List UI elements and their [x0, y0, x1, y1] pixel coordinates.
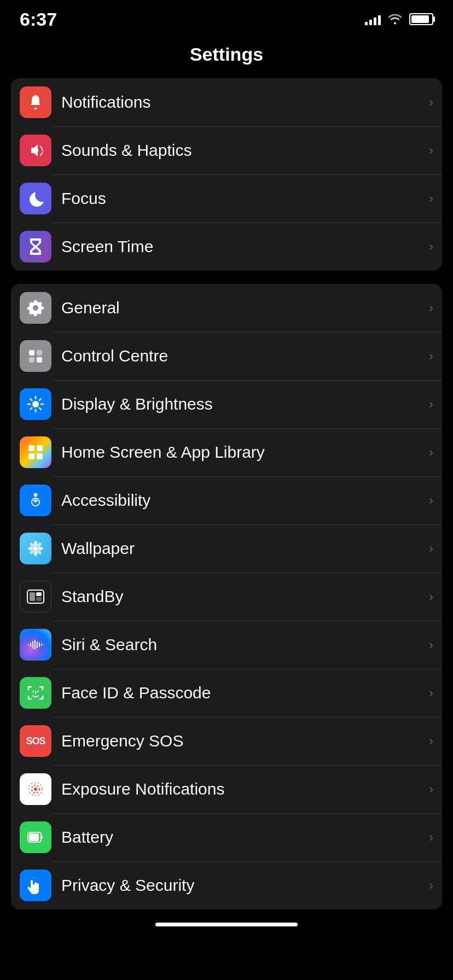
accessibility-chevron: › — [429, 493, 433, 508]
svg-point-24 — [38, 547, 43, 550]
settings-item-accessibility[interactable]: Accessibility › — [11, 476, 442, 524]
wallpaper-chevron: › — [429, 541, 433, 556]
svg-point-17 — [34, 493, 38, 497]
exposure-notify-icon — [27, 781, 44, 797]
battery-item-icon — [27, 831, 44, 843]
general-label: General — [61, 299, 425, 317]
status-icons — [365, 13, 433, 25]
accessibility-icon — [20, 485, 51, 516]
siri-chevron: › — [429, 637, 433, 652]
svg-rect-32 — [36, 597, 42, 601]
exposure-chevron: › — [429, 781, 433, 797]
screentime-chevron: › — [429, 239, 433, 254]
control-centre-icon — [20, 340, 51, 372]
settings-item-display[interactable]: Display & Brightness › — [11, 380, 442, 428]
gear-icon — [27, 299, 44, 317]
svg-rect-48 — [29, 833, 39, 841]
settings-item-faceid[interactable]: Face ID & Passcode › — [11, 669, 442, 717]
control-chevron: › — [429, 348, 433, 364]
signal-icon — [365, 13, 381, 25]
svg-rect-3 — [37, 357, 42, 363]
control-label: Control Centre — [61, 347, 425, 365]
settings-item-control[interactable]: Control Centre › — [11, 332, 442, 380]
settings-group-1: Notifications › Sounds & Haptics › Focus… — [11, 78, 442, 271]
home-indicator — [155, 923, 298, 926]
battery-icon-wrap — [20, 821, 51, 853]
svg-rect-30 — [30, 592, 35, 601]
battery-chevron: › — [429, 830, 433, 845]
svg-point-22 — [34, 551, 37, 556]
accessibility-label: Accessibility — [61, 491, 425, 510]
screentime-label: Screen Time — [61, 237, 425, 256]
page-title: Settings — [0, 44, 453, 65]
display-icon — [20, 388, 51, 420]
general-chevron: › — [429, 300, 433, 316]
wallpaper-label: Wallpaper — [61, 539, 425, 558]
svg-rect-0 — [29, 350, 34, 355]
settings-item-homescreen[interactable]: Home Screen & App Library › — [11, 428, 442, 476]
settings-item-privacy[interactable]: Privacy & Security › — [11, 861, 442, 909]
svg-rect-16 — [37, 453, 43, 459]
svg-point-42 — [37, 691, 39, 692]
settings-item-sounds[interactable]: Sounds & Haptics › — [11, 126, 442, 174]
standby-icon — [20, 581, 51, 612]
svg-rect-13 — [28, 445, 34, 451]
homescreen-chevron: › — [429, 445, 433, 460]
svg-rect-15 — [28, 453, 34, 459]
switches-icon — [27, 347, 44, 365]
sounds-label: Sounds & Haptics — [61, 141, 425, 160]
face-scan-icon — [27, 685, 44, 701]
faceid-chevron: › — [429, 685, 433, 701]
hourglass-icon — [28, 237, 43, 256]
privacy-chevron: › — [429, 878, 433, 893]
homescreen-icon — [20, 436, 51, 468]
settings-item-sos[interactable]: SOS Emergency SOS › — [11, 717, 442, 765]
settings-item-notifications[interactable]: Notifications › — [11, 78, 442, 126]
page-title-container: Settings — [0, 33, 453, 78]
person-accessibility-icon — [27, 492, 44, 509]
svg-point-44 — [34, 788, 37, 791]
svg-line-12 — [30, 408, 32, 410]
settings-item-standby[interactable]: StandBy › — [11, 573, 442, 621]
general-icon — [20, 292, 51, 324]
exposure-icon — [20, 773, 51, 805]
settings-item-focus[interactable]: Focus › — [11, 174, 442, 223]
privacy-label: Privacy & Security — [61, 876, 425, 895]
svg-point-23 — [28, 547, 33, 550]
status-bar: 6:37 — [0, 0, 453, 33]
siri-waveform-icon — [27, 639, 44, 650]
svg-line-10 — [39, 408, 41, 410]
settings-item-screentime[interactable]: Screen Time › — [11, 223, 442, 271]
svg-point-20 — [33, 546, 38, 551]
siri-icon — [20, 629, 51, 661]
display-label: Display & Brightness — [61, 395, 425, 413]
battery-label: Battery — [61, 828, 425, 847]
display-chevron: › — [429, 396, 433, 412]
sos-icon: SOS — [20, 725, 51, 757]
settings-item-wallpaper[interactable]: Wallpaper › — [11, 524, 442, 573]
sos-label: Emergency SOS — [61, 732, 425, 750]
faceid-label: Face ID & Passcode — [61, 684, 425, 702]
focus-chevron: › — [429, 191, 433, 206]
settings-item-siri[interactable]: Siri & Search › — [11, 621, 442, 669]
homescreen-label: Home Screen & App Library — [61, 443, 425, 462]
settings-group-2: General › Control Centre › — [11, 284, 442, 909]
exposure-label: Exposure Notifications — [61, 780, 425, 798]
hand-icon — [28, 877, 43, 894]
svg-rect-2 — [29, 357, 34, 363]
screentime-icon — [20, 231, 51, 262]
moon-icon — [27, 190, 44, 207]
settings-item-exposure[interactable]: Exposure Notifications › — [11, 765, 442, 813]
wifi-icon — [387, 13, 403, 25]
standby-display-icon — [26, 589, 45, 604]
svg-point-4 — [32, 401, 39, 407]
svg-rect-14 — [37, 445, 43, 451]
flower-icon — [27, 540, 44, 557]
settings-item-general[interactable]: General › — [11, 284, 442, 332]
sun-icon — [27, 395, 44, 413]
sounds-icon — [20, 135, 51, 166]
speaker-icon — [27, 142, 44, 159]
svg-rect-31 — [36, 592, 42, 596]
settings-item-battery[interactable]: Battery › — [11, 813, 442, 861]
focus-label: Focus — [61, 189, 425, 208]
